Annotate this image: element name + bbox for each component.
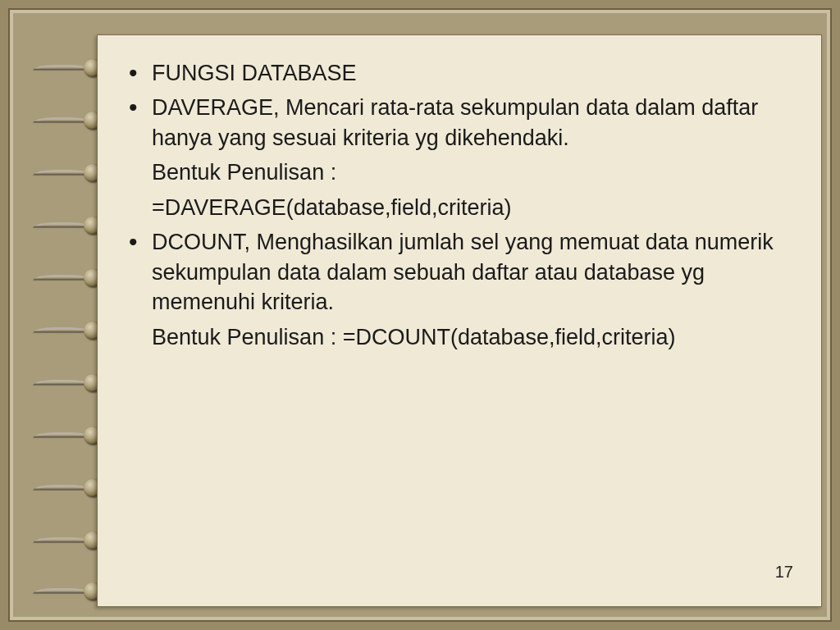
list-item-text: DCOUNT, Menghasilkan jumlah sel yang mem…: [152, 230, 774, 314]
bullet-list: FUNGSI DATABASE DAVERAGE, Mencari rata-r…: [122, 58, 785, 352]
list-item: DAVERAGE, Mencari rata-rata sekumpulan d…: [122, 93, 785, 153]
list-item: FUNGSI DATABASE: [122, 58, 785, 88]
list-item: Bentuk Penulisan : =DCOUNT(database,fiel…: [122, 322, 785, 352]
page-number: 17: [775, 563, 793, 582]
list-item: =DAVERAGE(database,field,criteria): [122, 193, 785, 222]
slide-page: FUNGSI DATABASE DAVERAGE, Mencari rata-r…: [97, 34, 822, 607]
list-item-text: DAVERAGE, Mencari rata-rata sekumpulan d…: [152, 95, 758, 149]
list-item-text: =DAVERAGE(database,field,criteria): [152, 195, 511, 220]
spiral-binding: [34, 34, 100, 607]
slide-frame: FUNGSI DATABASE DAVERAGE, Mencari rata-r…: [8, 8, 832, 622]
slide-content: FUNGSI DATABASE DAVERAGE, Mencari rata-r…: [98, 35, 821, 352]
list-item: Bentuk Penulisan :: [122, 158, 785, 187]
list-item-text: Bentuk Penulisan :: [152, 160, 336, 185]
list-item-text: FUNGSI DATABASE: [152, 61, 357, 85]
list-item: DCOUNT, Menghasilkan jumlah sel yang mem…: [122, 227, 785, 317]
list-item-text: Bentuk Penulisan : =DCOUNT(database,fiel…: [152, 325, 676, 349]
